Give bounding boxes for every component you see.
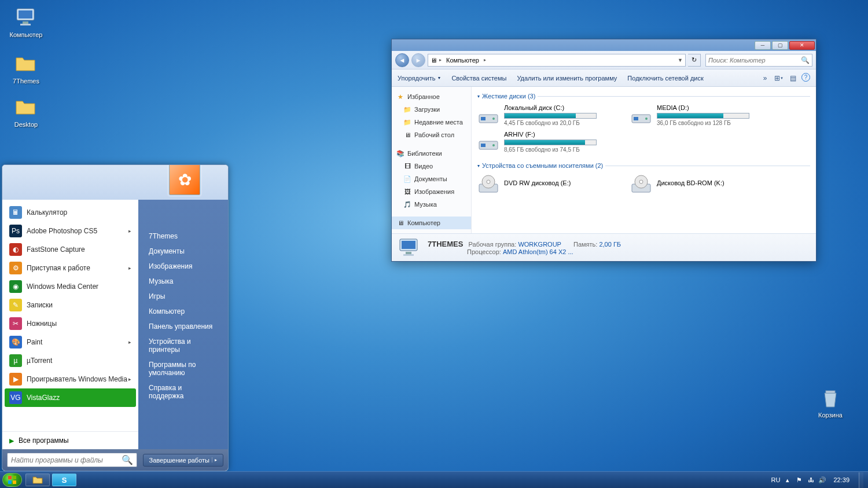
group-header-hdd[interactable]: ▾ Жесткие диски (3): [477, 90, 810, 102]
video-icon: 🎞: [403, 162, 411, 170]
group-header-removable[interactable]: ▾ Устройства со съемными носителями (2): [477, 160, 810, 171]
nav-forward-button[interactable]: ►: [411, 53, 425, 67]
desktop-icon-desktop[interactable]: Desktop: [6, 96, 46, 128]
start-program-snip[interactable]: ✂Ножницы: [5, 314, 136, 333]
start-place-2[interactable]: Изображения: [138, 259, 228, 274]
optical-drive-1[interactable]: Дисковод BD-ROM (K:): [630, 174, 769, 196]
drive-1[interactable]: MEDIA (D:)36,0 ГБ свободно из 128 ГБ: [630, 104, 769, 126]
organize-menu[interactable]: Упорядочить ▼: [398, 75, 441, 82]
volume-icon[interactable]: 🔊: [818, 476, 826, 484]
show-desktop-button[interactable]: [859, 472, 863, 488]
sidebar-item-music[interactable]: 🎵Музыка: [392, 198, 471, 211]
svg-rect-22: [406, 252, 411, 254]
sidebar-item-video[interactable]: 🎞Видео: [392, 160, 471, 173]
program-label: Записки: [27, 301, 53, 309]
program-icon: Ps: [9, 225, 22, 237]
program-label: VistaGlazz: [27, 394, 60, 402]
sidebar-libraries[interactable]: 📚Библиотеки: [392, 147, 471, 160]
recycle-icon: [819, 386, 842, 409]
preview-pane-icon[interactable]: ▤: [788, 73, 798, 83]
start-search[interactable]: 🔍: [7, 453, 137, 467]
chevron-down-icon: ▼: [437, 76, 441, 80]
network-icon[interactable]: 🖧: [807, 476, 815, 484]
start-place-4[interactable]: Игры: [138, 289, 228, 304]
details-name: 7THEMES: [428, 240, 463, 248]
chevron-right-icon: ▸: [484, 57, 486, 63]
start-program-fscap[interactable]: ◐FastStone Capture: [5, 240, 136, 259]
start-place-3[interactable]: Музыка: [138, 274, 228, 289]
svg-rect-6: [481, 117, 486, 120]
start-place-6[interactable]: Панель управления: [138, 319, 228, 334]
program-label: FastStone Capture: [27, 245, 85, 254]
system-properties-button[interactable]: Свойства системы: [451, 75, 506, 82]
sidebar-item-downloads[interactable]: 📁Загрузки: [392, 103, 471, 116]
start-program-utorrent[interactable]: µµTorrent: [5, 351, 136, 370]
minimize-button[interactable]: ─: [755, 41, 771, 50]
maximize-button[interactable]: ▢: [772, 41, 788, 50]
sidebar-computer[interactable]: 🖥Компьютер: [392, 217, 471, 229]
sidebar-item-documents[interactable]: 📄Документы: [392, 173, 471, 185]
start-program-ps[interactable]: PsAdobe Photoshop CS5▸: [5, 222, 136, 240]
start-program-paint[interactable]: 🎨Paint▸: [5, 333, 136, 351]
action-center-icon[interactable]: ⚑: [795, 476, 803, 484]
desktop-icon-7themes[interactable]: 7Themes: [6, 52, 46, 85]
taskbar-explorer-button[interactable]: [25, 474, 50, 486]
start-place-5[interactable]: Компьютер: [138, 304, 228, 319]
start-place-9[interactable]: Справка и поддержка: [138, 380, 228, 403]
program-label: Adobe Photoshop CS5: [27, 227, 97, 235]
help-icon[interactable]: ?: [801, 73, 810, 82]
window-titlebar[interactable]: ─ ▢ ✕: [392, 39, 816, 51]
start-program-wmp[interactable]: ▶Проигрыватель Windows Media▸: [5, 370, 136, 388]
shutdown-button[interactable]: Завершение работы ▸: [143, 454, 223, 467]
sidebar-item-desktop[interactable]: 🖥Рабочий стол: [392, 129, 471, 141]
sidebar-favorites[interactable]: ★Избранное: [392, 90, 471, 103]
language-indicator[interactable]: RU: [771, 476, 781, 483]
svg-rect-4: [826, 391, 835, 393]
start-place-0[interactable]: 7Themes: [138, 229, 228, 244]
start-program-getting[interactable]: ⚙Приступая к работе▸: [5, 259, 136, 277]
start-program-calc[interactable]: 🖩Калькулятор: [5, 203, 136, 222]
program-icon: ◉: [9, 280, 22, 293]
program-icon: ▶: [9, 373, 22, 386]
chevron-down-icon[interactable]: ▼: [678, 57, 683, 63]
address-bar[interactable]: 🖥 ▸ Компьютер ▸ ▼: [428, 54, 686, 67]
more-menu-icon[interactable]: »: [760, 73, 770, 83]
nav-back-button[interactable]: ◄: [395, 53, 409, 67]
optical-drive-0[interactable]: DVD RW дисковод (E:): [477, 174, 616, 196]
sidebar-item-recent[interactable]: 📁Недавние места: [392, 116, 471, 129]
desktop-icon-computer[interactable]: Компьютер: [6, 6, 46, 38]
map-drive-button[interactable]: Подключить сетевой диск: [627, 75, 703, 82]
clock[interactable]: 22:39: [833, 476, 849, 483]
chevron-right-icon: ▸: [128, 339, 131, 345]
start-button[interactable]: [2, 473, 22, 487]
breadcrumb-segment[interactable]: Компьютер: [444, 57, 481, 64]
explorer-search-input[interactable]: [708, 57, 801, 64]
start-program-wmc[interactable]: ◉Windows Media Center: [5, 277, 136, 296]
taskbar-skype-button[interactable]: S: [52, 474, 76, 486]
start-program-vglazz[interactable]: VGVistaGlazz: [5, 388, 136, 407]
svg-rect-26: [8, 480, 12, 484]
sidebar-item-pictures[interactable]: 🖼Изображения: [392, 185, 471, 198]
desktop-icon-recycle[interactable]: Корзина: [810, 386, 851, 419]
all-programs[interactable]: ▶ Все программы: [2, 431, 138, 449]
drive-2[interactable]: ARHIV (F:)8,65 ГБ свободно из 74,5 ГБ: [477, 131, 616, 153]
start-search-input[interactable]: [11, 456, 122, 464]
svg-rect-25: [13, 476, 16, 479]
user-avatar[interactable]: ✿: [169, 164, 200, 195]
explorer-search[interactable]: 🔍: [705, 54, 812, 67]
program-label: Приступая к работе: [27, 264, 90, 272]
tray-up-icon[interactable]: ▴: [784, 476, 792, 484]
start-place-1[interactable]: Документы: [138, 244, 228, 259]
explorer-nav: ◄ ► 🖥 ▸ Компьютер ▸ ▼ ↻ 🔍: [392, 51, 816, 69]
start-place-8[interactable]: Программы по умолчанию: [138, 357, 228, 380]
uninstall-button[interactable]: Удалить или изменить программу: [517, 75, 617, 82]
refresh-button[interactable]: ↻: [688, 54, 701, 67]
start-program-sticky[interactable]: ✎Записки: [5, 296, 136, 314]
view-options-icon[interactable]: ⊞▼: [774, 73, 784, 83]
program-label: Windows Media Center: [27, 282, 98, 291]
close-button[interactable]: ✕: [789, 41, 815, 50]
drive-0[interactable]: Локальный диск (C:)4,45 ГБ свободно из 2…: [477, 104, 616, 126]
svg-point-16: [487, 180, 490, 184]
svg-point-7: [492, 118, 495, 120]
start-place-7[interactable]: Устройства и принтеры: [138, 334, 228, 357]
